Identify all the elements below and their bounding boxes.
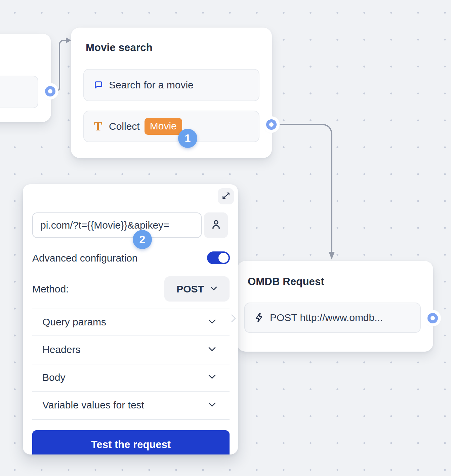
expand-button[interactable] bbox=[218, 188, 234, 204]
input-chevron-icon bbox=[231, 314, 237, 324]
webhook-config-panel: Advanced configuration Method: POST Quer… bbox=[23, 184, 238, 454]
section-variable-values[interactable]: Variable values for test bbox=[32, 391, 230, 419]
chevron-down-icon bbox=[208, 347, 216, 353]
node-previous-card[interactable] bbox=[0, 34, 51, 122]
chevron-down-icon bbox=[208, 319, 216, 325]
chevron-down-icon bbox=[208, 402, 216, 408]
block-label: POST http://www.omdb... bbox=[270, 312, 383, 323]
advanced-configuration-toggle[interactable] bbox=[207, 251, 230, 264]
test-request-button[interactable]: Test the request bbox=[32, 430, 230, 454]
lightning-icon bbox=[254, 312, 264, 323]
section-label: Headers bbox=[42, 344, 80, 355]
section-divider bbox=[32, 419, 230, 420]
section-query-params[interactable]: Query params bbox=[32, 309, 230, 335]
section-label: Variable values for test bbox=[42, 399, 144, 411]
section-body[interactable]: Body bbox=[32, 364, 230, 391]
chevron-down-icon bbox=[210, 286, 217, 292]
annotation-step-1: 1 bbox=[178, 129, 197, 148]
node-title: OMDB Request bbox=[248, 276, 324, 288]
method-value: POST bbox=[176, 283, 204, 295]
previous-card-item[interactable] bbox=[0, 76, 38, 108]
output-port-movie-search[interactable] bbox=[266, 119, 277, 130]
webhook-block-omdb[interactable]: POST http://www.omdb... bbox=[244, 303, 421, 333]
output-port-previous[interactable] bbox=[45, 86, 55, 96]
connector-previous-to-movie bbox=[52, 40, 66, 91]
toggle-knob bbox=[218, 253, 229, 263]
url-input[interactable] bbox=[32, 212, 202, 238]
annotation-step-2: 2 bbox=[133, 230, 152, 249]
person-icon bbox=[210, 219, 222, 232]
method-label: Method: bbox=[32, 282, 69, 296]
node-title: Movie search bbox=[86, 42, 153, 54]
flow-canvas[interactable]: Movie search Search for a movie T Collec… bbox=[0, 0, 451, 476]
node-movie-search[interactable]: Movie search Search for a movie T Collec… bbox=[71, 28, 272, 158]
collect-block-movie[interactable]: T Collect Movie bbox=[83, 111, 259, 142]
text-input-icon: T bbox=[93, 121, 104, 132]
connector-movie-to-omdb bbox=[277, 124, 332, 252]
arrowhead-down-icon bbox=[329, 252, 335, 260]
section-label: Query params bbox=[42, 316, 106, 328]
chevron-down-icon bbox=[208, 374, 216, 381]
advanced-configuration-label: Advanced configuration bbox=[32, 251, 138, 265]
block-label: Collect bbox=[109, 121, 140, 132]
expand-icon bbox=[221, 191, 231, 202]
section-label: Body bbox=[42, 372, 65, 383]
output-port-omdb[interactable] bbox=[427, 313, 438, 323]
section-headers[interactable]: Headers bbox=[32, 335, 230, 364]
user-variable-button[interactable] bbox=[204, 212, 228, 238]
arrowhead-right-icon bbox=[66, 37, 71, 43]
question-block-search-movie[interactable]: Search for a movie bbox=[83, 69, 259, 101]
node-omdb-request[interactable]: OMDB Request POST http://www.omdb... bbox=[237, 261, 433, 352]
chat-bubble-icon bbox=[93, 80, 104, 90]
block-label: Search for a movie bbox=[109, 79, 194, 91]
variable-badge-movie[interactable]: Movie bbox=[145, 118, 182, 135]
method-select[interactable]: POST bbox=[164, 276, 230, 302]
